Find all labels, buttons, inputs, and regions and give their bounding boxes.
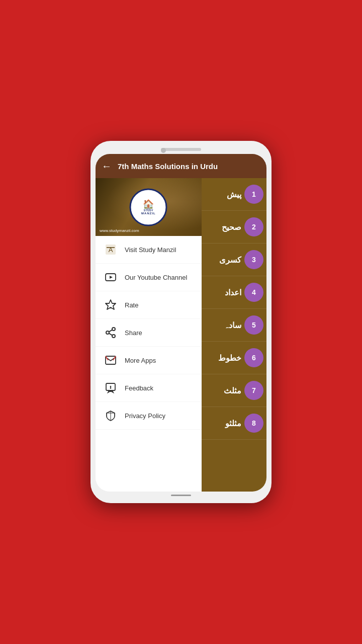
star-icon	[104, 298, 118, 312]
chapter-urdu-7: مثلث	[200, 386, 244, 395]
chapter-badge-4: 4	[244, 283, 263, 302]
chapter-badge-5: 5	[244, 315, 263, 335]
chapter-badge-2: 2	[244, 217, 263, 236]
chapter-urdu-8: مثلثو	[200, 419, 244, 428]
chapter-urdu-2: صحیح	[200, 222, 244, 232]
home-bar	[171, 495, 191, 496]
chapter-badge-1: 1	[244, 185, 263, 204]
gmail-icon	[104, 353, 118, 367]
chapter-item-8[interactable]: مثلثو 8	[195, 407, 266, 440]
menu-item-privacy[interactable]: Privacy Policy	[96, 402, 202, 430]
menu-label-youtube: Our Youtube Channel	[125, 274, 187, 281]
chapter-item-4[interactable]: اعداد 4	[195, 276, 266, 309]
chapter-item-3[interactable]: کسری 3	[195, 244, 266, 276]
menu-list: A Visit Study Manzil	[96, 236, 202, 492]
study-manzil-logo: 🏠 STUDY MANZIL	[130, 188, 167, 226]
chapter-item-5[interactable]: سادہ 5	[195, 309, 266, 342]
chapter-item-7[interactable]: مثلث 7	[195, 374, 266, 407]
phone-speaker	[161, 148, 201, 151]
banner-url: www.studymanzil.com	[100, 228, 139, 233]
menu-item-rate[interactable]: Rate	[96, 291, 202, 319]
banner-image: 🏠 STUDY MANZIL www.studymanzil.com	[96, 178, 202, 236]
svg-line-9	[109, 330, 113, 332]
menu-item-visit[interactable]: A Visit Study Manzil	[96, 236, 202, 264]
chapters-panel: پیش 1 صحیح 2 کسری 3 اعداد 4 سادہ 5	[195, 178, 266, 492]
svg-marker-4	[110, 276, 113, 279]
phone-camera	[161, 148, 166, 153]
chapter-urdu-1: پیش	[200, 190, 244, 199]
menu-item-share[interactable]: Share	[96, 319, 202, 347]
chapter-item-1[interactable]: پیش 1	[195, 178, 266, 211]
chapter-urdu-5: سادہ	[200, 320, 244, 330]
youtube-icon	[104, 270, 118, 284]
menu-label-feedback: Feedback	[125, 384, 153, 392]
navigation-drawer: 🏠 STUDY MANZIL www.studymanzil.com A	[96, 178, 202, 492]
phone-device: ← 7th Maths Solutions in Urdu 🏠 STUDY MA…	[90, 141, 272, 503]
chapter-badge-3: 3	[244, 250, 263, 269]
menu-item-youtube[interactable]: Our Youtube Channel	[96, 264, 202, 291]
page-title: 7th Maths Solutions in Urdu	[118, 162, 260, 171]
chapter-urdu-3: کسری	[200, 255, 244, 265]
menu-item-more-apps[interactable]: More Apps	[96, 347, 202, 374]
menu-label-rate: Rate	[125, 301, 138, 309]
share-icon	[104, 326, 118, 340]
chapter-badge-6: 6	[244, 348, 263, 367]
logo-icon: 🏠	[143, 200, 154, 209]
chapter-badge-8: 8	[244, 414, 263, 433]
menu-label-share: Share	[125, 329, 142, 337]
back-button[interactable]: ←	[102, 160, 112, 172]
menu-label-more-apps: More Apps	[125, 357, 156, 364]
study-manzil-icon: A	[104, 243, 118, 257]
svg-marker-5	[106, 300, 116, 309]
chapter-urdu-6: خطوط	[200, 353, 244, 363]
shield-icon	[104, 409, 118, 423]
menu-item-feedback[interactable]: Feedback	[96, 374, 202, 402]
menu-label-visit: Visit Study Manzil	[125, 246, 176, 254]
chapter-item-2[interactable]: صحیح 2	[195, 211, 266, 244]
chapter-urdu-4: اعداد	[200, 288, 244, 297]
phone-screen: ← 7th Maths Solutions in Urdu 🏠 STUDY MA…	[96, 154, 266, 492]
svg-line-10	[109, 333, 113, 335]
chapter-item-6[interactable]: خطوط 6	[195, 342, 266, 374]
chapter-badge-7: 7	[244, 381, 263, 400]
logo-manzil-text: MANZIL	[141, 212, 156, 215]
app-header: ← 7th Maths Solutions in Urdu	[96, 154, 266, 178]
menu-label-privacy: Privacy Policy	[125, 412, 165, 420]
feedback-icon	[104, 381, 118, 395]
content-area: 🏠 STUDY MANZIL www.studymanzil.com A	[96, 178, 266, 492]
